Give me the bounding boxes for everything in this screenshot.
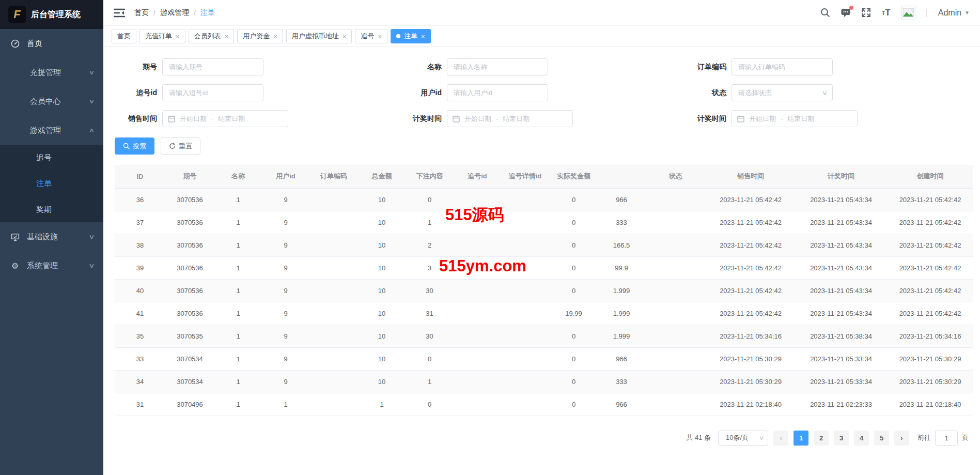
table-row[interactable]: 3330705341910009662023-11-21 05:30:29202…	[115, 347, 973, 370]
table-row[interactable]: 39307053619103099.92023-11-21 05:42:4220…	[115, 256, 973, 279]
tab-首页[interactable]: 首页	[112, 29, 136, 43]
table-cell: 2023-11-21 05:42:42	[888, 188, 973, 211]
sidebar-item-system[interactable]: ⚙ 系统管理 ∨	[0, 251, 103, 280]
sidebar-item-label: 首页	[27, 39, 42, 49]
sidebar-item-period[interactable]: 奖期	[0, 196, 103, 222]
filter-prize-time-2: 计奖时间 开始日期 - 结束日期	[684, 110, 969, 127]
page-size-select[interactable]: 10条/页 ∨	[718, 431, 768, 446]
filter-status: 状态 请选择状态 ∨	[684, 84, 969, 101]
table-cell: 333	[598, 211, 645, 234]
goto-page-input[interactable]	[935, 431, 958, 446]
table-cell: 3070496	[165, 393, 214, 416]
date-end-placeholder: 结束日期	[503, 114, 530, 124]
table-cell: 2023-11-21 05:30:29	[707, 370, 795, 393]
tab-追号[interactable]: 追号×	[355, 29, 387, 43]
column-header: 下注内容	[406, 165, 454, 188]
table-cell	[645, 302, 707, 325]
sidebar-item-chase[interactable]: 追号	[0, 145, 103, 171]
sidebar-item-infra[interactable]: 基础设施 ∨	[0, 222, 103, 251]
table-cell	[309, 188, 358, 211]
table-cell: 39	[115, 256, 165, 279]
tab-会员列表[interactable]: 会员列表×	[189, 29, 235, 43]
search-button[interactable]: 搜索	[115, 137, 154, 155]
table-row[interactable]: 35307053519103001.9992023-11-21 05:34:16…	[115, 325, 973, 347]
table-cell: 1.999	[598, 279, 645, 302]
table-cell	[309, 279, 358, 302]
table-row[interactable]: 41307053619103119.991.9992023-11-21 05:4…	[115, 302, 973, 325]
table-row[interactable]: 3730705361910103332023-11-21 05:42:42202…	[115, 211, 973, 234]
table-cell: 0	[549, 279, 598, 302]
breadcrumb-section[interactable]: 游戏管理	[160, 8, 189, 18]
page-button-2[interactable]: 2	[814, 431, 829, 446]
sale-time-range-picker[interactable]: 开始日期 - 结束日期	[162, 110, 288, 127]
message-icon[interactable]	[841, 8, 851, 18]
sidebar-item-recharge[interactable]: 充提管理 ∨	[0, 58, 103, 87]
avatar[interactable]	[901, 6, 915, 20]
page-button-3[interactable]: 3	[834, 431, 849, 446]
table-cell: 0	[549, 211, 598, 234]
font-size-icon[interactable]: TT	[881, 8, 890, 18]
name-input[interactable]	[447, 58, 548, 75]
table-row[interactable]: 313070496111009662023-11-21 02:18:402023…	[115, 393, 973, 416]
table-cell	[645, 234, 707, 256]
table-cell: 0	[406, 188, 454, 211]
tab-充值订单[interactable]: 充值订单×	[139, 29, 185, 43]
sidebar-item-home[interactable]: 首页	[0, 29, 103, 58]
prev-page-button[interactable]: ‹	[773, 431, 788, 446]
prize-time-range-picker[interactable]: 开始日期 - 结束日期	[447, 110, 573, 127]
tab-close-icon[interactable]: ×	[225, 33, 229, 40]
sidebar-item-member[interactable]: 会员中心 ∨	[0, 87, 103, 116]
table-cell: 3070536	[165, 234, 214, 256]
tab-close-icon[interactable]: ×	[273, 33, 277, 40]
status-select[interactable]: 请选择状态 ∨	[732, 84, 833, 101]
column-header: 追号详情id	[501, 165, 549, 188]
order-code-input[interactable]	[732, 58, 833, 75]
user-id-input[interactable]	[447, 84, 548, 101]
active-tab-dot	[396, 34, 400, 38]
user-menu[interactable]: Admin ▼	[938, 8, 970, 18]
table-cell: 34	[115, 370, 165, 393]
calendar-icon	[168, 115, 175, 122]
tab-close-icon[interactable]: ×	[421, 33, 425, 40]
sidebar-collapse-icon[interactable]	[114, 8, 125, 18]
period-input[interactable]	[162, 58, 263, 75]
table-row[interactable]: 40307053619103001.9992023-11-21 05:42:42…	[115, 279, 973, 302]
table-cell: 2023-11-21 05:43:34	[795, 279, 888, 302]
tab-用户资金[interactable]: 用户资金×	[237, 29, 283, 43]
table-cell: 0	[549, 325, 598, 347]
table-cell: 2023-11-21 02:18:40	[888, 393, 973, 416]
page-button-5[interactable]: 5	[874, 431, 889, 446]
tab-注单[interactable]: 注单×	[391, 29, 431, 43]
reset-button[interactable]: 重置	[161, 137, 200, 155]
tab-close-icon[interactable]: ×	[343, 33, 347, 40]
table-cell: 1	[214, 393, 262, 416]
date-separator: -	[496, 115, 498, 122]
filter-label: 用户id	[399, 88, 442, 98]
sidebar-item-order[interactable]: 注单	[0, 171, 103, 196]
page-button-4[interactable]: 4	[854, 431, 869, 446]
table-row[interactable]: 383070536191020166.52023-11-21 05:42:422…	[115, 234, 973, 256]
table-cell: 333	[598, 370, 645, 393]
goto-unit: 页	[962, 433, 969, 442]
table-cell: 2023-11-21 05:43:34	[795, 256, 888, 279]
breadcrumb-home[interactable]: 首页	[134, 8, 149, 18]
table-cell: 10	[358, 302, 406, 325]
tab-用户虚拟币地址[interactable]: 用户虚拟币地址×	[286, 29, 352, 43]
fullscreen-icon[interactable]	[861, 8, 871, 18]
page-button-1[interactable]: 1	[794, 431, 808, 446]
table-cell: 41	[115, 302, 165, 325]
chase-id-input[interactable]	[162, 84, 263, 101]
table-cell: 3070536	[165, 211, 214, 234]
table-row[interactable]: 3630705361910009662023-11-21 05:42:42202…	[115, 188, 973, 211]
next-page-button[interactable]: ›	[894, 431, 909, 446]
table-cell: 0	[549, 347, 598, 370]
divider: |	[926, 8, 928, 18]
tab-close-icon[interactable]: ×	[378, 33, 382, 40]
search-icon[interactable]	[820, 8, 830, 18]
prize-time-range-picker-2[interactable]: 开始日期 - 结束日期	[732, 110, 858, 127]
table-row[interactable]: 3430705341910103332023-11-21 05:30:29202…	[115, 370, 973, 393]
table-cell: 35	[115, 325, 165, 347]
sidebar-item-game[interactable]: 游戏管理 ∧	[0, 116, 103, 145]
tab-close-icon[interactable]: ×	[176, 33, 180, 40]
table-cell: 2023-11-21 05:42:42	[888, 256, 973, 279]
